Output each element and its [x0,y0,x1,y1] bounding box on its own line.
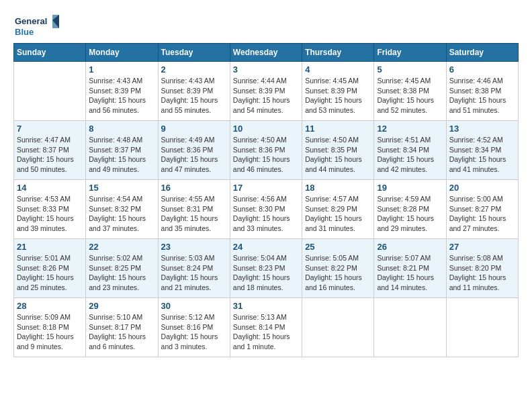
calendar-cell: 22Sunrise: 5:02 AM Sunset: 8:25 PM Dayli… [86,239,158,298]
calendar-cell: 29Sunrise: 5:10 AM Sunset: 8:17 PM Dayli… [86,298,158,357]
calendar-cell: 19Sunrise: 4:59 AM Sunset: 8:28 PM Dayli… [374,180,446,239]
day-number: 29 [89,301,154,311]
day-info: Sunrise: 4:49 AM Sunset: 8:36 PM Dayligh… [161,135,227,175]
logo-svg: General Blue [13,13,60,40]
day-number: 10 [233,124,299,134]
header-monday: Monday [86,44,158,62]
calendar-cell [446,298,518,357]
calendar-cell: 27Sunrise: 5:08 AM Sunset: 8:20 PM Dayli… [446,239,518,298]
calendar-cell: 2Sunrise: 4:43 AM Sunset: 8:39 PM Daylig… [158,62,230,121]
calendar-cell: 13Sunrise: 4:52 AM Sunset: 8:34 PM Dayli… [446,121,518,180]
day-info: Sunrise: 4:54 AM Sunset: 8:32 PM Dayligh… [89,194,154,234]
day-number: 5 [377,64,443,75]
calendar-cell: 12Sunrise: 4:51 AM Sunset: 8:34 PM Dayli… [374,121,446,180]
calendar-header-row: SundayMondayTuesdayWednesdayThursdayFrid… [14,44,519,62]
calendar-cell [14,62,86,121]
calendar-cell: 31Sunrise: 5:13 AM Sunset: 8:14 PM Dayli… [230,298,302,357]
calendar-cell: 20Sunrise: 5:00 AM Sunset: 8:27 PM Dayli… [446,180,518,239]
day-number: 6 [449,64,515,75]
day-number: 31 [233,301,299,311]
calendar-cell: 24Sunrise: 5:04 AM Sunset: 8:23 PM Dayli… [230,239,302,298]
day-info: Sunrise: 4:45 AM Sunset: 8:39 PM Dayligh… [305,76,371,116]
day-info: Sunrise: 4:50 AM Sunset: 8:35 PM Dayligh… [305,135,371,175]
day-number: 1 [89,64,154,75]
day-number: 17 [233,183,299,193]
header-tuesday: Tuesday [158,44,230,62]
day-number: 18 [305,183,371,193]
calendar-week-3: 14Sunrise: 4:53 AM Sunset: 8:33 PM Dayli… [14,180,519,239]
calendar-cell: 1Sunrise: 4:43 AM Sunset: 8:39 PM Daylig… [86,62,158,121]
day-info: Sunrise: 4:51 AM Sunset: 8:34 PM Dayligh… [377,135,443,175]
calendar-cell: 4Sunrise: 4:45 AM Sunset: 8:39 PM Daylig… [302,62,374,121]
day-number: 16 [161,183,227,193]
day-number: 7 [17,124,83,134]
day-info: Sunrise: 4:45 AM Sunset: 8:38 PM Dayligh… [377,76,443,116]
calendar-cell: 7Sunrise: 4:47 AM Sunset: 8:37 PM Daylig… [14,121,86,180]
header-sunday: Sunday [14,44,86,62]
day-number: 19 [377,183,443,193]
day-info: Sunrise: 4:53 AM Sunset: 8:33 PM Dayligh… [17,194,83,234]
calendar-table: SundayMondayTuesdayWednesdayThursdayFrid… [13,43,519,357]
day-number: 21 [17,242,83,252]
day-number: 8 [89,124,154,134]
day-info: Sunrise: 4:47 AM Sunset: 8:37 PM Dayligh… [17,135,83,175]
day-number: 27 [449,242,515,252]
calendar-cell: 14Sunrise: 4:53 AM Sunset: 8:33 PM Dayli… [14,180,86,239]
calendar-cell: 17Sunrise: 4:56 AM Sunset: 8:30 PM Dayli… [230,180,302,239]
day-info: Sunrise: 5:09 AM Sunset: 8:18 PM Dayligh… [17,312,83,352]
day-number: 22 [89,242,154,252]
svg-text:Blue: Blue [15,27,34,37]
header-friday: Friday [374,44,446,62]
svg-text:General: General [15,16,47,26]
day-info: Sunrise: 5:13 AM Sunset: 8:14 PM Dayligh… [233,312,299,352]
day-number: 25 [305,242,371,252]
header-wednesday: Wednesday [230,44,302,62]
calendar-week-4: 21Sunrise: 5:01 AM Sunset: 8:26 PM Dayli… [14,239,519,298]
day-number: 23 [161,242,227,252]
day-info: Sunrise: 5:10 AM Sunset: 8:17 PM Dayligh… [89,312,154,352]
day-info: Sunrise: 5:07 AM Sunset: 8:21 PM Dayligh… [377,253,443,293]
day-info: Sunrise: 4:56 AM Sunset: 8:30 PM Dayligh… [233,194,299,234]
day-info: Sunrise: 4:59 AM Sunset: 8:28 PM Dayligh… [377,194,443,234]
day-number: 12 [377,124,443,134]
day-info: Sunrise: 5:08 AM Sunset: 8:20 PM Dayligh… [449,253,515,293]
day-number: 28 [17,301,83,311]
calendar-cell: 23Sunrise: 5:03 AM Sunset: 8:24 PM Dayli… [158,239,230,298]
calendar-week-1: 1Sunrise: 4:43 AM Sunset: 8:39 PM Daylig… [14,62,519,121]
calendar-cell [374,298,446,357]
calendar-cell: 21Sunrise: 5:01 AM Sunset: 8:26 PM Dayli… [14,239,86,298]
day-number: 4 [305,64,371,75]
calendar-week-2: 7Sunrise: 4:47 AM Sunset: 8:37 PM Daylig… [14,121,519,180]
logo: General Blue [13,13,60,40]
day-info: Sunrise: 5:04 AM Sunset: 8:23 PM Dayligh… [233,253,299,293]
calendar-cell: 9Sunrise: 4:49 AM Sunset: 8:36 PM Daylig… [158,121,230,180]
calendar-cell: 10Sunrise: 4:50 AM Sunset: 8:36 PM Dayli… [230,121,302,180]
day-info: Sunrise: 4:50 AM Sunset: 8:36 PM Dayligh… [233,135,299,175]
calendar-cell: 15Sunrise: 4:54 AM Sunset: 8:32 PM Dayli… [86,180,158,239]
day-number: 2 [161,64,227,75]
day-info: Sunrise: 4:44 AM Sunset: 8:39 PM Dayligh… [233,76,299,116]
calendar-cell: 5Sunrise: 4:45 AM Sunset: 8:38 PM Daylig… [374,62,446,121]
header-thursday: Thursday [302,44,374,62]
calendar-cell: 26Sunrise: 5:07 AM Sunset: 8:21 PM Dayli… [374,239,446,298]
calendar-cell: 16Sunrise: 4:55 AM Sunset: 8:31 PM Dayli… [158,180,230,239]
day-number: 24 [233,242,299,252]
calendar-cell: 3Sunrise: 4:44 AM Sunset: 8:39 PM Daylig… [230,62,302,121]
day-info: Sunrise: 4:48 AM Sunset: 8:37 PM Dayligh… [89,135,154,175]
day-info: Sunrise: 5:03 AM Sunset: 8:24 PM Dayligh… [161,253,227,293]
day-number: 9 [161,124,227,134]
day-info: Sunrise: 4:46 AM Sunset: 8:38 PM Dayligh… [449,76,515,116]
calendar-cell: 8Sunrise: 4:48 AM Sunset: 8:37 PM Daylig… [86,121,158,180]
calendar-cell: 28Sunrise: 5:09 AM Sunset: 8:18 PM Dayli… [14,298,86,357]
calendar-cell: 18Sunrise: 4:57 AM Sunset: 8:29 PM Dayli… [302,180,374,239]
day-info: Sunrise: 4:55 AM Sunset: 8:31 PM Dayligh… [161,194,227,234]
day-number: 11 [305,124,371,134]
day-number: 26 [377,242,443,252]
day-info: Sunrise: 5:01 AM Sunset: 8:26 PM Dayligh… [17,253,83,293]
calendar-cell: 25Sunrise: 5:05 AM Sunset: 8:22 PM Dayli… [302,239,374,298]
page-header: General Blue [13,13,519,40]
day-info: Sunrise: 4:43 AM Sunset: 8:39 PM Dayligh… [89,76,154,116]
day-number: 13 [449,124,515,134]
header-saturday: Saturday [446,44,518,62]
day-number: 30 [161,301,227,311]
